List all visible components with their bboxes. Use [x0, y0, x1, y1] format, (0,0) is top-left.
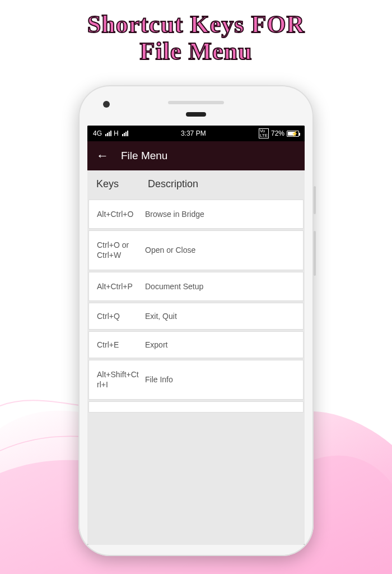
header-keys: Keys: [96, 178, 148, 190]
table-header: Keys Description: [87, 170, 305, 198]
key-cell: Ctrl+E: [97, 340, 139, 350]
camera-dot: [103, 101, 110, 108]
desc-cell: File Info: [139, 375, 295, 384]
key-cell: Ctrl+O or Ctrl+W: [97, 240, 139, 260]
battery-icon: ⚡: [287, 131, 299, 137]
status-left: 4G H: [93, 129, 128, 137]
back-button[interactable]: ←: [96, 149, 109, 163]
header-description: Description: [148, 178, 296, 190]
network-type: 4G: [93, 129, 102, 137]
promo-line-2: File Menu: [0, 38, 392, 65]
desc-cell: Export: [139, 340, 295, 349]
status-right: VoLTE 72% ⚡: [259, 128, 299, 138]
list-item[interactable]: Alt+Ctrl+O Browse in Bridge: [88, 200, 304, 229]
list-item[interactable]: Alt+Ctrl+P Document Setup: [88, 272, 304, 301]
app-bar: ← File Menu: [87, 141, 305, 170]
app-bar-title: File Menu: [121, 150, 167, 162]
key-cell: Alt+Ctrl+P: [97, 281, 139, 291]
desc-cell: Open or Close: [139, 246, 295, 254]
key-cell: Alt+Ctrl+O: [97, 209, 139, 219]
key-cell: Alt+Shift+Ctrl+I: [97, 369, 139, 390]
list-item[interactable]: Ctrl+O or Ctrl+W Open or Close: [88, 230, 304, 270]
side-button: [314, 186, 316, 214]
volte-icon: VoLTE: [259, 128, 269, 138]
sensor-pill: [186, 112, 206, 117]
battery-percent: 72%: [271, 129, 284, 137]
promo-title: Shortcut Keys FOR File Menu: [0, 0, 392, 66]
signal-icon: [122, 131, 128, 136]
desc-cell: Document Setup: [139, 282, 295, 291]
status-bar: 4G H 3:37 PM VoLTE 72% ⚡: [87, 126, 305, 141]
signal-icon: [105, 131, 111, 136]
content-area[interactable]: Keys Description Alt+Ctrl+O Browse in Br…: [87, 170, 305, 545]
desc-cell: Browse in Bridge: [139, 210, 295, 219]
list-item[interactable]: Alt+Shift+Ctrl+I File Info: [88, 360, 304, 399]
list-item[interactable]: [88, 401, 304, 413]
side-button: [314, 231, 316, 276]
list-item[interactable]: Ctrl+E Export: [88, 331, 304, 358]
key-cell: Ctrl+Q: [97, 311, 139, 321]
phone-frame: 4G H 3:37 PM VoLTE 72% ⚡ ← File Menu Key…: [78, 85, 314, 556]
promo-line-1: Shortcut Keys FOR: [0, 11, 392, 38]
list-item[interactable]: Ctrl+Q Exit, Quit: [88, 303, 304, 330]
speaker-slot: [168, 101, 224, 104]
status-time: 3:37 PM: [181, 129, 206, 137]
network-extra: H: [114, 129, 119, 137]
desc-cell: Exit, Quit: [139, 312, 295, 321]
phone-screen: 4G H 3:37 PM VoLTE 72% ⚡ ← File Menu Key…: [87, 126, 305, 545]
shortcut-list: Alt+Ctrl+O Browse in Bridge Ctrl+O or Ct…: [87, 200, 305, 413]
